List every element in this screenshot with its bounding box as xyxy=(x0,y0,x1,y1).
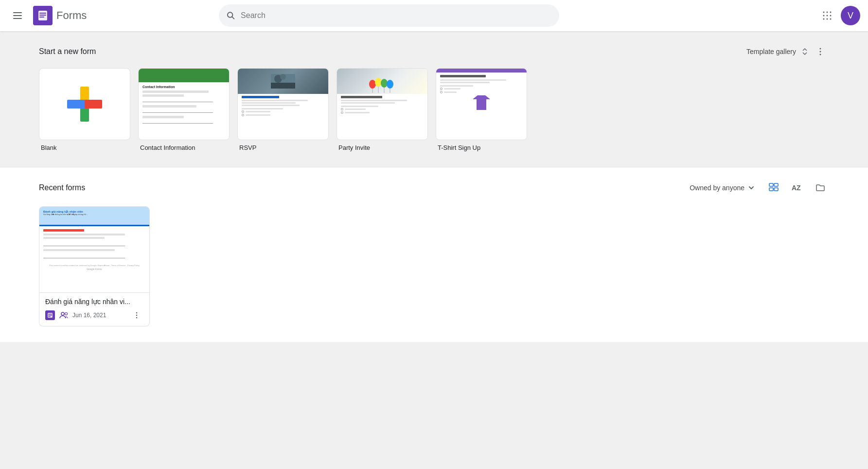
mini-input-2 xyxy=(142,109,213,113)
open-drive-btn[interactable] xyxy=(812,179,829,197)
svg-point-20 xyxy=(820,51,821,53)
search-input[interactable] xyxy=(241,11,551,20)
svg-point-24 xyxy=(280,74,286,80)
chevron-down-icon xyxy=(747,184,755,192)
party-balloons-svg xyxy=(368,73,397,93)
template-gallery-controls: Template gallery xyxy=(746,43,829,60)
svg-rect-39 xyxy=(774,188,778,191)
form-more-btn[interactable] xyxy=(130,308,143,322)
party-line-3 xyxy=(341,106,378,107)
shared-people-icon xyxy=(59,310,69,320)
form-type-icon xyxy=(45,310,55,320)
google-apps-icon[interactable] xyxy=(817,6,837,25)
user-avatar[interactable]: V xyxy=(841,6,860,25)
template-gallery-label: Template gallery xyxy=(746,48,796,55)
new-form-header: Start a new form Template gallery xyxy=(39,43,829,60)
template-card-party-invite[interactable]: Party Invite xyxy=(337,68,428,151)
svg-marker-34 xyxy=(473,95,490,110)
rsvp-radio-label-2 xyxy=(246,114,270,116)
owned-by-btn[interactable]: Owned by anyone xyxy=(686,181,759,195)
form-cards-grid: Đánh giá năng lực nhân viên Vui lòng điề… xyxy=(39,206,829,326)
template-card-rsvp[interactable]: RSVP xyxy=(237,68,329,151)
svg-point-14 xyxy=(826,15,828,17)
mini-form-body: Contact Information xyxy=(139,82,229,140)
form-card-meta-left: Jun 16, 2021 xyxy=(45,310,106,320)
template-card-blank[interactable]: Blank xyxy=(39,68,130,151)
sort-icon: AZ xyxy=(792,183,802,193)
more-options-btn[interactable] xyxy=(812,43,829,60)
grid-view-btn[interactable] xyxy=(765,179,782,197)
contact-info-preview: Contact Information xyxy=(138,68,230,140)
form-card-title: Đánh giá năng lực nhân vi... xyxy=(45,298,143,306)
party-radio-1 xyxy=(341,108,343,110)
form-card-meta: Jun 16, 2021 xyxy=(45,308,143,322)
mini-tshirt-form xyxy=(436,69,527,140)
people-icon-svg xyxy=(59,311,68,319)
mini-recent-body: This content is neither created nor endo… xyxy=(39,226,149,273)
form-more-vert-icon xyxy=(133,311,141,319)
tshirt-line-1 xyxy=(440,79,506,81)
mini-recent-footer-text: This content is neither created nor endo… xyxy=(43,264,145,267)
mini-recent-form: Đánh giá năng lực nhân viên Vui lòng điề… xyxy=(39,207,149,292)
svg-rect-0 xyxy=(13,12,22,13)
svg-rect-44 xyxy=(48,316,51,317)
svg-rect-37 xyxy=(774,183,778,186)
tshirt-radio-label-2 xyxy=(444,91,457,93)
template-gallery-btn[interactable]: Template gallery xyxy=(746,47,810,56)
party-body xyxy=(337,94,427,116)
sort-btn[interactable]: AZ xyxy=(788,179,806,197)
search-bar xyxy=(219,4,559,27)
form-icon-svg xyxy=(47,312,53,318)
rsvp-radio-1 xyxy=(242,110,244,113)
svg-rect-36 xyxy=(769,183,773,186)
party-line-2 xyxy=(341,102,395,104)
tshirt-figure-area xyxy=(440,95,523,110)
mini-input-3 xyxy=(142,120,213,124)
forms-logo-icon xyxy=(33,6,53,25)
form-card-preview: Đánh giá năng lực nhân viên Vui lòng điề… xyxy=(39,206,150,293)
mini-recent-line-3 xyxy=(43,249,115,251)
plus-icon xyxy=(67,87,102,122)
svg-point-45 xyxy=(61,312,64,315)
mini-input-1 xyxy=(142,98,213,102)
template-cards-row: Blank Contact Information xyxy=(39,68,829,151)
mini-recent-title: Đánh giá năng lực nhân viên xyxy=(43,210,145,213)
svg-rect-6 xyxy=(39,17,44,18)
tshirt-radio-circle-2 xyxy=(440,91,443,93)
app-logo-area[interactable]: Forms xyxy=(33,6,87,25)
mini-rsvp-form xyxy=(238,69,328,140)
svg-point-10 xyxy=(823,12,824,13)
form-card[interactable]: Đánh giá năng lực nhân viên Vui lòng điề… xyxy=(39,206,150,326)
svg-point-48 xyxy=(136,315,138,316)
party-radio-group-2 xyxy=(341,111,424,114)
blank-label: Blank xyxy=(39,144,130,151)
tshirt-body xyxy=(436,72,527,112)
svg-point-11 xyxy=(826,12,828,13)
svg-point-17 xyxy=(826,18,828,20)
mini-recent-red-bar xyxy=(43,229,84,232)
menu-icon[interactable] xyxy=(8,6,27,25)
rsvp-radio-group xyxy=(242,110,324,113)
mini-form-title-text: Contact Information xyxy=(142,85,225,89)
svg-point-16 xyxy=(823,18,824,20)
rsvp-line-4 xyxy=(242,108,283,109)
svg-point-15 xyxy=(830,15,831,17)
party-invite-label: Party Invite xyxy=(337,144,428,151)
template-card-tshirt-signup[interactable]: T-Shirt Sign Up xyxy=(436,68,527,151)
form-date-label: Jun 16, 2021 xyxy=(72,312,106,319)
recent-forms-title: Recent forms xyxy=(39,183,85,192)
mini-recent-subtitle: Vui lòng điền thông tin bên dưới để giúp… xyxy=(43,213,145,216)
search-icon xyxy=(227,11,235,20)
mini-google-forms-brand: Google Forms xyxy=(43,268,145,271)
mini-recent-footer: This content is neither created nor endo… xyxy=(43,264,145,271)
tshirt-top-bar xyxy=(436,69,527,72)
rsvp-preview xyxy=(237,68,329,140)
svg-point-26 xyxy=(369,80,376,89)
tshirt-radio-circle-1 xyxy=(440,88,443,90)
template-card-contact-info[interactable]: Contact Information Contact Information xyxy=(138,68,230,151)
new-form-section: Start a new form Template gallery xyxy=(0,31,868,167)
svg-text:AZ: AZ xyxy=(792,184,801,192)
party-radio-label-2 xyxy=(345,112,370,113)
svg-point-21 xyxy=(820,54,821,55)
svg-rect-38 xyxy=(769,188,773,191)
